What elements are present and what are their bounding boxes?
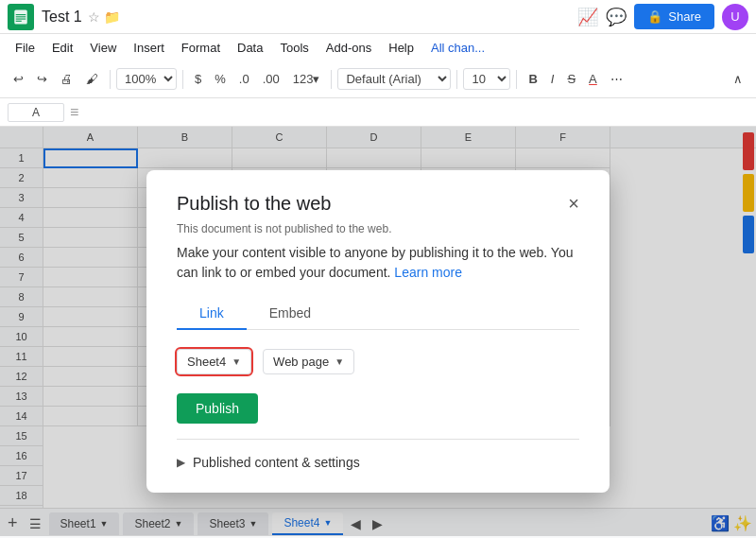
toolbar-sep-3 <box>331 70 332 89</box>
menu-edit[interactable]: Edit <box>44 39 80 57</box>
sheet-area: A B C D E F 1 2 3 4 5 6 7 8 9 10 11 12 1… <box>0 127 756 536</box>
tab-embed[interactable]: Embed <box>247 298 334 330</box>
star-icon[interactable]: ☆ <box>88 9 100 25</box>
font-family-select[interactable]: Default (Arial) <box>337 68 451 90</box>
number-format-button[interactable]: 123▾ <box>287 68 326 90</box>
publish-dialog: Publish to the web × This document is no… <box>146 170 610 493</box>
toolbar-sep-5 <box>516 70 517 89</box>
app-icon <box>8 4 34 30</box>
sheet-selector-button[interactable]: Sheet4 ▼ <box>177 349 251 374</box>
dialog-description: Make your content visible to anyone by p… <box>177 243 579 283</box>
folder-icon[interactable]: 📁 <box>104 9 120 25</box>
formula-bar-separator: ≡ <box>70 104 78 121</box>
dialog-overlay: Publish to the web × This document is no… <box>0 127 756 536</box>
menu-help[interactable]: Help <box>381 39 421 57</box>
dialog-tabs: Link Embed <box>177 298 579 330</box>
collapse-toolbar-button[interactable]: ∧ <box>728 68 748 90</box>
format-selector-wrapper: Web page ▼ <box>263 349 354 374</box>
menu-format[interactable]: Format <box>174 39 228 57</box>
svg-rect-1 <box>16 14 26 15</box>
font-color-button[interactable]: A <box>583 68 603 90</box>
zoom-select[interactable]: 100% 75% 50% <box>116 68 177 90</box>
menu-tools[interactable]: Tools <box>272 39 316 57</box>
selectors-row: Sheet4 ▼ Web page ▼ <box>177 349 579 374</box>
svg-rect-4 <box>16 20 22 21</box>
dialog-divider <box>177 439 579 440</box>
formula-bar: ≡ <box>0 98 756 127</box>
dialog-close-button[interactable]: × <box>568 193 579 215</box>
more-formats-button[interactable]: ⋯ <box>605 68 628 90</box>
top-bar: Test 1 ☆ 📁 📈 💬 🔒 Share U <box>0 0 756 34</box>
percent-button[interactable]: % <box>209 68 232 90</box>
published-section-label: Published content & settings <box>193 455 360 470</box>
published-content-section[interactable]: ▶ Published content & settings <box>177 455 579 470</box>
dialog-title: Publish to the web <box>177 193 331 215</box>
font-size-select[interactable]: 10 <box>463 68 510 90</box>
cell-reference-input[interactable] <box>8 103 64 122</box>
formula-input[interactable] <box>84 105 748 119</box>
top-bar-right: 📈 💬 🔒 Share U <box>577 4 748 30</box>
svg-rect-3 <box>16 18 26 19</box>
sheet-selector-label: Sheet4 <box>187 355 226 369</box>
comment-icon[interactable]: 💬 <box>606 7 627 27</box>
format-selector-label: Web page <box>273 355 329 369</box>
sheet-selector-wrapper: Sheet4 ▼ <box>177 349 251 374</box>
print-button[interactable]: 🖨 <box>55 68 78 90</box>
menu-insert[interactable]: Insert <box>126 39 172 57</box>
chevron-down-icon-2: ▼ <box>335 356 344 367</box>
bold-button[interactable]: B <box>523 68 542 90</box>
menu-view[interactable]: View <box>82 39 124 57</box>
strikethrough-button[interactable]: S <box>561 68 581 90</box>
toolbar-sep-1 <box>110 70 111 89</box>
learn-more-link[interactable]: Learn more <box>394 265 462 280</box>
svg-rect-2 <box>16 16 26 17</box>
format-selector-button[interactable]: Web page ▼ <box>263 349 354 374</box>
decimal-increase-button[interactable]: .00 <box>257 68 285 90</box>
menu-data[interactable]: Data <box>230 39 270 57</box>
menu-bar: File Edit View Insert Format Data Tools … <box>0 34 756 61</box>
currency-button[interactable]: $ <box>189 68 207 90</box>
chevron-down-icon: ▼ <box>232 356 241 367</box>
toolbar: ↩ ↪ 🖨 🖌 100% 75% 50% $ % .0 .00 123▾ Def… <box>0 61 756 98</box>
toolbar-sep-4 <box>456 70 457 89</box>
redo-button[interactable]: ↪ <box>31 68 53 90</box>
menu-allchanges[interactable]: All chan... <box>423 39 492 57</box>
publish-button[interactable]: Publish <box>177 393 258 424</box>
menu-addons[interactable]: Add-ons <box>318 39 379 57</box>
share-button[interactable]: 🔒 Share <box>634 4 714 29</box>
dialog-header: Publish to the web × <box>177 193 579 215</box>
lock-icon: 🔒 <box>647 9 662 24</box>
chevron-right-icon: ▶ <box>177 456 185 469</box>
undo-button[interactable]: ↩ <box>8 68 29 90</box>
toolbar-sep-2 <box>182 70 183 89</box>
dialog-subtitle: This document is not published to the we… <box>177 222 579 235</box>
decimal-decrease-button[interactable]: .0 <box>233 68 255 90</box>
tab-link[interactable]: Link <box>177 298 247 330</box>
paint-format-button[interactable]: 🖌 <box>80 68 104 90</box>
italic-button[interactable]: I <box>545 68 560 90</box>
avatar[interactable]: U <box>722 4 748 30</box>
chart-icon[interactable]: 📈 <box>577 7 598 27</box>
doc-title: Test 1 <box>42 9 82 26</box>
menu-file[interactable]: File <box>8 39 43 57</box>
